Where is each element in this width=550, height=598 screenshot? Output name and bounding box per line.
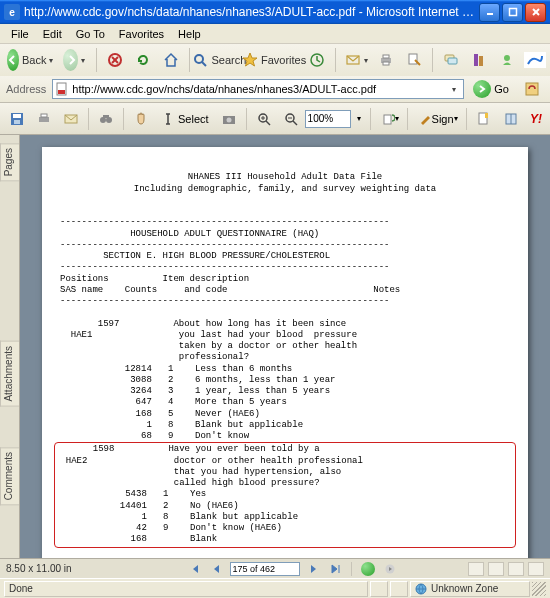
next-view-button[interactable] xyxy=(381,561,399,577)
back-arrow-icon xyxy=(7,49,19,71)
pdf-zoomout-button[interactable] xyxy=(278,106,304,132)
svg-rect-23 xyxy=(526,83,538,95)
prev-view-button[interactable] xyxy=(359,561,377,577)
maximize-button[interactable] xyxy=(502,3,523,22)
svg-rect-13 xyxy=(383,62,389,65)
document-viewport[interactable]: NHANES III Household Adult Data File Inc… xyxy=(20,135,550,558)
menu-file[interactable]: File xyxy=(4,26,36,42)
search-button[interactable]: Search xyxy=(195,47,244,73)
zoom-in-icon xyxy=(256,111,272,127)
edit-icon xyxy=(406,51,422,69)
discuss-button[interactable] xyxy=(438,47,464,73)
security-zone: Unknown Zone xyxy=(410,581,530,597)
svg-rect-17 xyxy=(474,54,478,66)
pdf-zoom-input[interactable] xyxy=(305,110,351,128)
pdf-sign-button[interactable]: Sign▾ xyxy=(412,106,462,132)
col-header-2: SAS name Counts and code Notes xyxy=(60,285,400,295)
doc-heading-1: NHANES III Household Adult Data File xyxy=(188,172,382,182)
rule: ----------------------------------------… xyxy=(60,296,389,306)
page-icon xyxy=(476,111,492,127)
address-dropdown-icon[interactable]: ▾ xyxy=(447,85,461,94)
hae2-row: 168 Blank xyxy=(55,534,217,544)
home-button[interactable] xyxy=(158,47,184,73)
menu-goto[interactable]: Go To xyxy=(69,26,112,42)
pdf-print-button[interactable] xyxy=(31,106,57,132)
mail-icon xyxy=(63,111,79,127)
forward-dropdown-icon[interactable]: ▾ xyxy=(81,56,86,65)
minimize-button[interactable] xyxy=(479,3,500,22)
back-label: Back xyxy=(22,54,46,66)
pdf-select-button[interactable]: Select xyxy=(155,106,215,132)
page-number-input[interactable] xyxy=(230,562,300,576)
address-field[interactable]: ▾ xyxy=(52,79,464,99)
last-page-button[interactable] xyxy=(326,561,344,577)
mail-dropdown-icon[interactable]: ▾ xyxy=(364,56,368,65)
prev-page-button[interactable] xyxy=(208,561,226,577)
select-label: Select xyxy=(178,113,209,125)
pdf-hand-tool-button[interactable] xyxy=(128,106,154,132)
print-button[interactable] xyxy=(373,47,399,73)
pdf-bookmark-button[interactable] xyxy=(471,106,497,132)
pdf-find-button[interactable] xyxy=(93,106,119,132)
pdf-rotate-button[interactable]: ▾ xyxy=(375,106,403,132)
research-button[interactable] xyxy=(466,47,492,73)
separator xyxy=(88,108,89,130)
back-button[interactable]: Back ▾ xyxy=(4,47,56,73)
adobe-logo-icon: Y! xyxy=(530,112,546,126)
edit-button[interactable] xyxy=(401,47,427,73)
doc-heading-2: Including demographic, family, and surve… xyxy=(134,184,436,194)
sidetab-attachments[interactable]: Attachments xyxy=(0,341,19,407)
status-bar: Done Unknown Zone xyxy=(0,578,550,598)
svg-point-34 xyxy=(226,117,231,122)
hae1-row: 12814 1 Less than 6 months xyxy=(60,364,292,374)
hae2-line: HAE2 doctor or other health professional xyxy=(55,456,363,466)
go-button[interactable]: Go xyxy=(468,78,514,100)
single-page-view-button[interactable] xyxy=(468,562,484,576)
pdf-page: NHANES III Household Adult Data File Inc… xyxy=(42,147,528,558)
stop-button[interactable] xyxy=(102,47,128,73)
hae1-row: 3088 2 6 months, less than 1 year xyxy=(60,375,335,385)
go-label: Go xyxy=(494,83,509,95)
menu-edit[interactable]: Edit xyxy=(36,26,69,42)
history-icon xyxy=(309,51,325,69)
favorites-button[interactable]: Favorites xyxy=(246,47,302,73)
address-input[interactable] xyxy=(72,83,444,95)
pdf-zoomin-button[interactable] xyxy=(251,106,277,132)
menu-help[interactable]: Help xyxy=(171,26,208,42)
ie-throbber-icon xyxy=(524,52,546,68)
status-text: Done xyxy=(9,583,33,594)
refresh-button[interactable] xyxy=(130,47,156,73)
continuous-view-button[interactable] xyxy=(488,562,504,576)
first-page-button[interactable] xyxy=(186,561,204,577)
pdf-ebook-button[interactable] xyxy=(498,106,524,132)
separator xyxy=(246,108,247,130)
facing-view-button[interactable] xyxy=(508,562,524,576)
zoom-out-icon xyxy=(283,111,299,127)
sidetab-pages[interactable]: Pages xyxy=(0,143,19,181)
messenger-button[interactable] xyxy=(494,47,520,73)
continuous-facing-view-button[interactable] xyxy=(528,562,544,576)
pen-icon xyxy=(418,112,432,126)
resize-grip[interactable] xyxy=(532,582,546,596)
history-button[interactable] xyxy=(304,47,330,73)
rule: ----------------------------------------… xyxy=(60,262,389,272)
hae2-line: called high blood pressure? xyxy=(55,478,320,488)
mail-button[interactable]: ▾ xyxy=(341,47,371,73)
zone-label: Unknown Zone xyxy=(431,583,498,594)
menubar: File Edit Go To Favorites Help xyxy=(0,24,550,44)
hae1-row: 68 9 Don't know xyxy=(60,431,249,441)
sidetab-comments[interactable]: Comments xyxy=(0,447,19,505)
close-button[interactable] xyxy=(525,3,546,22)
forward-button[interactable]: ▾ xyxy=(58,47,91,73)
menu-favorites[interactable]: Favorites xyxy=(112,26,171,42)
pdf-snapshot-button[interactable] xyxy=(216,106,242,132)
pdf-email-button[interactable] xyxy=(58,106,84,132)
pdf-zoom-dropdown[interactable]: ▾ xyxy=(352,106,366,132)
next-page-button[interactable] xyxy=(304,561,322,577)
links-button[interactable] xyxy=(518,76,546,102)
star-icon xyxy=(242,51,258,69)
back-dropdown-icon[interactable]: ▾ xyxy=(49,56,53,65)
hae1-line: professional? xyxy=(60,352,249,362)
window-titlebar: e http://www.cdc.gov/nchs/data/nhanes/nh… xyxy=(0,0,550,24)
pdf-save-button[interactable] xyxy=(4,106,30,132)
